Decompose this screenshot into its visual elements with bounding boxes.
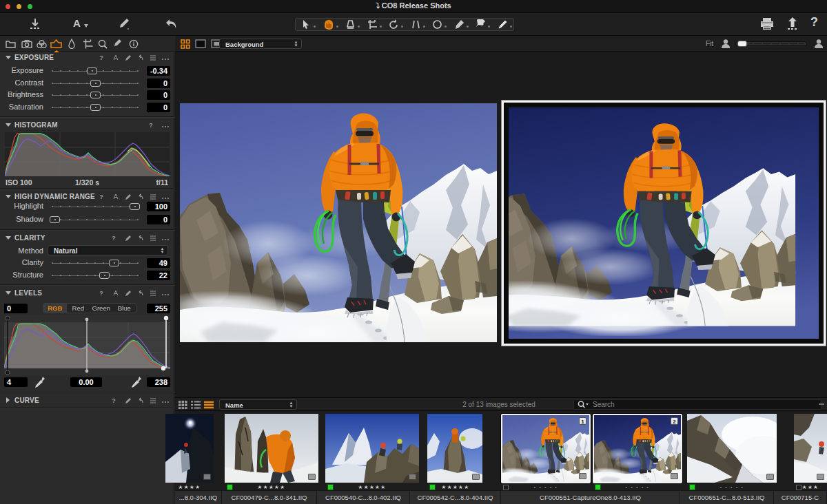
svg-text:?: ? (99, 290, 103, 297)
svg-text:?: ? (99, 54, 103, 61)
svg-text:?: ? (112, 397, 116, 404)
svg-text:?: ? (112, 235, 116, 242)
svg-text:?: ? (149, 122, 153, 129)
svg-text:?: ? (99, 193, 103, 200)
